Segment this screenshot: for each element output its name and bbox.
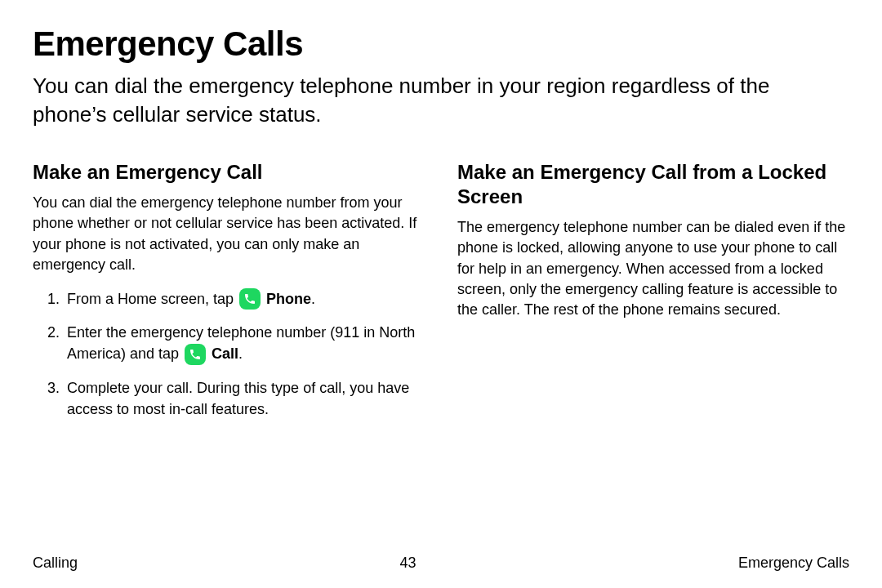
footer-left: Calling	[33, 555, 78, 572]
page-title: Emergency Calls	[33, 24, 849, 64]
step-1-pre: From a Home screen, tap	[67, 291, 238, 307]
page-footer: Calling 43 Emergency Calls	[33, 548, 849, 572]
intro-text: You can dial the emergency telephone num…	[33, 72, 849, 129]
step-1-post: .	[311, 291, 315, 307]
step-2: Enter the emergency telephone number (91…	[64, 322, 425, 365]
step-1: From a Home screen, tap Phone.	[64, 288, 425, 310]
right-heading: Make an Emergency Call from a Locked Scr…	[457, 160, 849, 209]
left-column: Make an Emergency Call You can dial the …	[33, 160, 425, 431]
left-body: You can dial the emergency telephone num…	[33, 193, 425, 275]
phone-icon	[239, 288, 261, 310]
right-body: The emergency telephone number can be di…	[457, 217, 849, 320]
left-heading: Make an Emergency Call	[33, 160, 425, 185]
step-1-label: Phone	[266, 291, 311, 307]
footer-page-number: 43	[78, 555, 738, 572]
footer-right: Emergency Calls	[738, 555, 849, 572]
call-icon	[185, 344, 206, 365]
step-2-post: .	[238, 345, 243, 362]
two-column-layout: Make an Emergency Call You can dial the …	[33, 160, 849, 431]
step-3: Complete your call. During this type of …	[64, 377, 425, 420]
step-2-label: Call	[212, 345, 238, 362]
steps-list: From a Home screen, tap Phone. Enter the…	[33, 288, 425, 420]
right-column: Make an Emergency Call from a Locked Scr…	[457, 160, 849, 431]
